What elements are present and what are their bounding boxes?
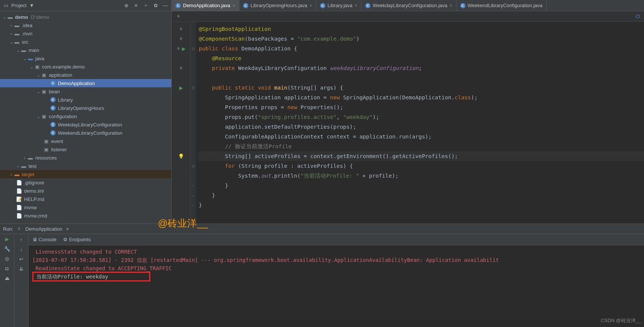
dropdown-icon[interactable]: ▼	[29, 3, 35, 9]
close-icon[interactable]: ×	[310, 3, 312, 8]
close-icon[interactable]: ×	[450, 3, 452, 8]
spring-gutter-icon[interactable]: ⚘	[179, 36, 183, 42]
class-icon: C	[50, 122, 56, 127]
tree-item[interactable]: ›▬.idea	[0, 21, 171, 29]
tree-item[interactable]: CLibraryOpeningHours	[0, 104, 171, 112]
tree-item[interactable]: ⌄▬java	[0, 54, 171, 62]
spring-gutter-icon[interactable]: ⚘	[176, 46, 181, 52]
project-header: ▭ Project ▼ ⊕ ≡ ÷ ✿ —	[0, 0, 171, 11]
fold-end-icon[interactable]: ⌐	[190, 181, 196, 190]
fold-end-icon[interactable]: ⌐	[190, 200, 196, 210]
run-gutter-icon[interactable]: ▶	[179, 85, 183, 91]
tree-item[interactable]: ›▬.mvn	[0, 29, 171, 38]
tree-item[interactable]: ⌄▣com.example.demo	[0, 62, 171, 71]
expand-icon[interactable]: ≡	[133, 3, 139, 9]
project-icon: ▭	[3, 3, 9, 9]
class-icon: C	[50, 81, 56, 86]
tree-item[interactable]: CLibrary	[0, 96, 171, 104]
class-icon: C	[50, 105, 56, 111]
tree-item[interactable]: 📝HELP.md	[0, 195, 171, 203]
up-icon[interactable]: ↑	[18, 236, 24, 242]
run-gutter-icon[interactable]: ▶	[182, 46, 186, 52]
soft-wrap-icon[interactable]: ↩	[18, 256, 24, 262]
fold-icon[interactable]: ⊟	[190, 161, 196, 171]
run-toolbar-left: ▶ 🔧 ◎ ◘ ⏏	[0, 234, 14, 327]
tree-item[interactable]: 📄.gitignore	[0, 178, 171, 187]
code-editor[interactable]: @SpringBootApplication @ComponentScan(ba…	[196, 22, 644, 224]
spring-gutter-icon[interactable]: ⚘	[179, 65, 183, 71]
editor-tabs: CDemoApplication.java× CLibraryOpeningHo…	[172, 0, 644, 11]
fold-end-icon[interactable]: ⌐	[190, 190, 196, 200]
rerun-icon[interactable]: ▶	[5, 236, 9, 242]
tree-item[interactable]: ▣event	[0, 137, 171, 145]
close-icon[interactable]: ×	[233, 3, 235, 8]
tree-item[interactable]: ⌄▣bean	[0, 87, 171, 96]
locate-icon[interactable]: ⊕	[123, 3, 129, 9]
csdn-watermark: CSDN @砖业洋__	[601, 317, 641, 324]
scroll-icon[interactable]: ⇊	[18, 266, 24, 272]
project-sidebar: ▭ Project ▼ ⊕ ≡ ÷ ✿ — ⌄▬demo D:\demo ›▬.…	[0, 0, 172, 224]
tree-item[interactable]: 📄mvnw.cmd	[0, 211, 171, 220]
tree-item[interactable]: ⌄▬src	[0, 38, 171, 46]
tree-item[interactable]: CWeekdayLibraryConfiguration	[0, 120, 171, 129]
close-run-icon[interactable]: ×	[66, 226, 69, 232]
tree-item[interactable]: 📄demo.iml	[0, 187, 171, 195]
tree-item[interactable]: ›▬target	[0, 170, 171, 178]
spring-run-icon: ⚘	[17, 226, 21, 232]
run-label: Run:	[3, 226, 13, 232]
project-title[interactable]: Project	[11, 3, 26, 8]
monitor-icon[interactable]: ◎	[4, 256, 10, 262]
editor-area: CDemoApplication.java× CLibraryOpeningHo…	[172, 0, 644, 224]
settings-icon[interactable]: ✿	[153, 3, 159, 9]
tree-item[interactable]: ⌄▣application	[0, 71, 171, 79]
class-icon: C	[175, 3, 181, 8]
down-icon[interactable]: ↓	[18, 246, 24, 252]
tab-libraryopeninghours[interactable]: CLibraryOpeningHours.java×	[239, 0, 316, 11]
tree-item[interactable]: ›▬test	[0, 162, 171, 170]
root-path: D:\demo	[31, 14, 49, 20]
run-toolbar-right: ↑ ↓ ↩ ⇊	[14, 234, 29, 327]
tree-item[interactable]: ⌄▬main	[0, 46, 171, 54]
run-panel: Run: ⚘ DemoApplication × ▶ 🔧 ◎ ◘ ⏏ ↑ ↓ ↩…	[0, 224, 644, 327]
camera-icon[interactable]: ◘	[4, 265, 10, 271]
bulb-icon[interactable]: 💡	[178, 154, 184, 159]
tab-weekdayconfig[interactable]: CWeekdayLibraryConfiguration.java×	[361, 0, 457, 11]
console-output[interactable]: LivenessState changed to CORRECT [2023-0…	[29, 245, 644, 327]
tab-library[interactable]: CLibrary.java×	[316, 0, 361, 11]
tree-root[interactable]: ⌄▬demo D:\demo	[0, 13, 171, 21]
gutter: ⚘ ⚘ ⚘ ▶ ⚘ ▶ 💡	[172, 22, 190, 224]
spring-gutter-icon[interactable]: ⚘	[179, 26, 183, 32]
run-config-name[interactable]: DemoApplication	[25, 226, 62, 232]
tab-weekendconfig[interactable]: CWeekendLibraryConfiguration.java	[457, 0, 547, 11]
breadcrumb-text[interactable]: Cl	[636, 14, 640, 19]
watermark: @砖业洋__	[158, 217, 208, 230]
collapse-icon[interactable]: ÷	[143, 3, 149, 9]
tab-demoapplication[interactable]: CDemoApplication.java×	[172, 0, 239, 11]
class-icon: C	[50, 130, 56, 135]
hide-icon[interactable]: —	[162, 3, 168, 9]
tree-item-selected[interactable]: CDemoApplication	[0, 79, 171, 87]
highlighted-output: 当前活动Profile: weekday	[32, 272, 150, 281]
tree-item[interactable]: ⌄▣configuration	[0, 112, 171, 120]
endpoints-tab[interactable]: ⚙ Endpoints	[63, 237, 91, 242]
tree-item[interactable]: 📄mvnw	[0, 203, 171, 211]
fold-gutter: ⊟ ⊟ ⊟ ⌐ ⌐ ⌐	[190, 22, 196, 224]
close-icon[interactable]: ×	[355, 3, 357, 8]
tree-item[interactable]: ›▬resources	[0, 154, 171, 162]
breadcrumb-bar: ⚘ Cl	[172, 11, 644, 22]
tree-item[interactable]: ▣listener	[0, 145, 171, 154]
project-tree[interactable]: ⌄▬demo D:\demo ›▬.idea ›▬.mvn ⌄▬src ⌄▬ma…	[0, 11, 171, 224]
class-icon: C	[50, 97, 56, 102]
spring-icon[interactable]: ⚘	[175, 14, 181, 20]
wrench-icon[interactable]: 🔧	[4, 246, 10, 252]
fold-icon[interactable]: ⊟	[190, 44, 196, 53]
console-tabs: 🖥 Console ⚙ Endpoints	[29, 234, 644, 245]
exit-icon[interactable]: ⏏	[4, 275, 10, 281]
class-icon: C	[320, 3, 325, 8]
run-header: Run: ⚘ DemoApplication ×	[0, 224, 644, 234]
console-tab[interactable]: 🖥 Console	[32, 237, 56, 242]
class-icon: C	[365, 3, 370, 8]
class-icon: C	[460, 3, 466, 8]
tree-item[interactable]: CWeekendLibraryConfiguration	[0, 129, 171, 137]
fold-icon[interactable]: ⊟	[190, 83, 196, 93]
